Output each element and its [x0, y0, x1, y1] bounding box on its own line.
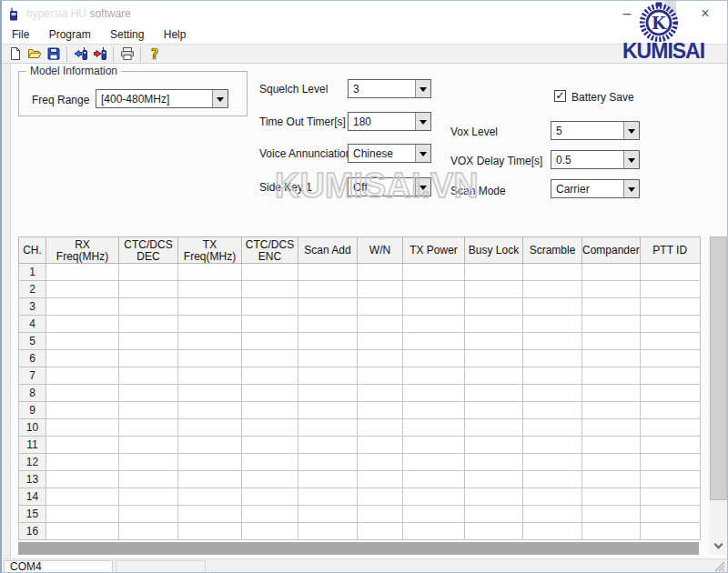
channel-cell[interactable] — [358, 488, 403, 506]
channel-cell[interactable] — [178, 471, 242, 488]
time-out-timer-combobox[interactable]: 180 — [348, 112, 431, 131]
channel-cell[interactable] — [119, 402, 178, 419]
scan-mode-combobox[interactable]: Carrier — [551, 179, 640, 198]
channel-cell[interactable] — [582, 298, 641, 316]
channel-cell[interactable] — [119, 333, 178, 350]
channel-cell[interactable] — [46, 333, 119, 350]
channel-cell[interactable] — [523, 316, 582, 333]
channel-cell[interactable] — [298, 333, 358, 350]
channel-cell[interactable] — [403, 350, 465, 367]
channel-cell[interactable] — [298, 471, 358, 488]
channel-cell[interactable] — [403, 333, 465, 350]
channel-cell[interactable] — [358, 437, 403, 454]
channel-cell[interactable] — [298, 385, 358, 402]
channel-cell[interactable] — [46, 437, 119, 454]
app-icon[interactable] — [8, 7, 20, 21]
channel-cell[interactable] — [242, 264, 298, 281]
channel-cell[interactable] — [242, 402, 298, 419]
channel-cell[interactable] — [403, 506, 465, 523]
channel-cell[interactable] — [465, 281, 523, 298]
chevron-down-icon[interactable] — [415, 80, 430, 97]
channel-cell[interactable] — [582, 402, 641, 419]
resize-grip-icon[interactable] — [713, 560, 725, 572]
channel-cell[interactable] — [403, 316, 465, 333]
channel-cell[interactable] — [403, 281, 465, 298]
channel-cell[interactable] — [465, 523, 523, 540]
channel-cell[interactable] — [46, 385, 119, 402]
channel-cell[interactable] — [46, 402, 119, 419]
channel-cell[interactable] — [465, 367, 523, 385]
open-file-icon[interactable] — [25, 45, 44, 63]
channel-cell[interactable] — [358, 402, 403, 419]
battery-save-checkbox[interactable]: ✓ — [554, 90, 566, 102]
channel-number[interactable]: 2 — [19, 281, 46, 298]
channel-cell[interactable] — [178, 488, 242, 506]
channel-cell[interactable] — [178, 367, 242, 385]
channel-cell[interactable] — [46, 488, 119, 506]
channel-cell[interactable] — [465, 419, 523, 437]
channel-cell[interactable] — [298, 437, 358, 454]
channel-cell[interactable] — [582, 454, 641, 471]
channel-cell[interactable] — [358, 350, 403, 367]
chevron-down-icon[interactable] — [623, 122, 639, 139]
channel-cell[interactable] — [46, 506, 119, 523]
channel-cell[interactable] — [119, 281, 178, 298]
channel-cell[interactable] — [640, 264, 700, 281]
channel-cell[interactable] — [582, 523, 641, 540]
horizontal-scrollbar[interactable] — [18, 542, 699, 555]
channel-number[interactable]: 6 — [19, 350, 46, 367]
channel-cell[interactable] — [119, 367, 178, 385]
channel-cell[interactable] — [46, 264, 119, 281]
channel-cell[interactable] — [46, 316, 119, 333]
channel-cell[interactable] — [465, 264, 523, 281]
channel-cell[interactable] — [403, 402, 465, 419]
channel-cell[interactable] — [178, 506, 242, 523]
channel-cell[interactable] — [46, 350, 119, 367]
chevron-down-icon[interactable] — [415, 145, 430, 162]
channel-cell[interactable] — [358, 454, 403, 471]
channel-number[interactable]: 13 — [19, 471, 46, 488]
channel-cell[interactable] — [582, 333, 641, 350]
channel-cell[interactable] — [465, 506, 523, 523]
channel-cell[interactable] — [178, 298, 242, 316]
channel-cell[interactable] — [242, 471, 298, 488]
channel-cell[interactable] — [403, 264, 465, 281]
channel-cell[interactable] — [640, 523, 700, 540]
channel-number[interactable]: 7 — [19, 367, 46, 385]
channel-cell[interactable] — [640, 471, 700, 488]
channel-cell[interactable] — [465, 333, 523, 350]
channel-number[interactable]: 5 — [19, 333, 46, 350]
channel-cell[interactable] — [119, 264, 178, 281]
channel-cell[interactable] — [178, 402, 242, 419]
channel-cell[interactable] — [178, 523, 242, 540]
channel-cell[interactable] — [119, 385, 178, 402]
squelch-level-combobox[interactable]: 3 — [348, 79, 431, 98]
channel-cell[interactable] — [523, 350, 582, 367]
channel-cell[interactable] — [465, 402, 523, 419]
menu-help[interactable]: Help — [156, 26, 195, 44]
vox-level-combobox[interactable]: 5 — [551, 121, 640, 140]
channel-cell[interactable] — [178, 264, 242, 281]
channel-cell[interactable] — [46, 523, 119, 540]
channel-cell[interactable] — [358, 316, 403, 333]
channel-cell[interactable] — [582, 350, 641, 367]
channel-cell[interactable] — [582, 488, 641, 506]
channel-cell[interactable] — [242, 454, 298, 471]
channel-cell[interactable] — [242, 281, 298, 298]
channel-cell[interactable] — [242, 488, 298, 506]
channel-cell[interactable] — [46, 419, 119, 437]
channel-cell[interactable] — [465, 316, 523, 333]
channel-cell[interactable] — [523, 419, 582, 437]
channel-cell[interactable] — [523, 523, 582, 540]
close-button[interactable]: × — [692, 3, 719, 25]
channel-cell[interactable] — [242, 506, 298, 523]
channel-cell[interactable] — [46, 298, 119, 316]
channel-cell[interactable] — [358, 264, 403, 281]
channel-cell[interactable] — [119, 316, 178, 333]
channel-cell[interactable] — [582, 367, 641, 385]
channel-number[interactable]: 14 — [19, 488, 46, 506]
channel-cell[interactable] — [242, 523, 298, 540]
channel-cell[interactable] — [298, 454, 358, 471]
help-icon[interactable]: ? — [145, 45, 164, 63]
channel-cell[interactable] — [465, 488, 523, 506]
